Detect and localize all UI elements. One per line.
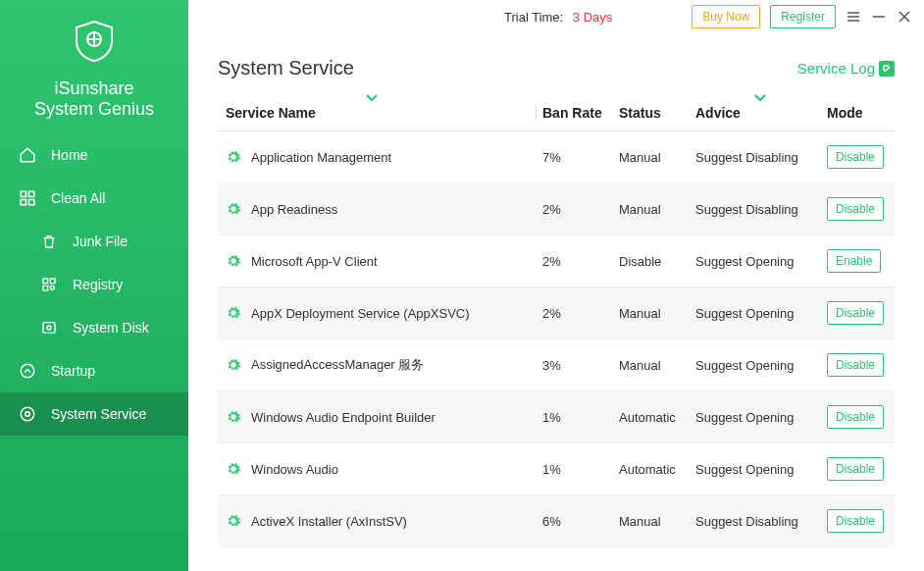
- mode-button[interactable]: Disable: [827, 457, 884, 481]
- sidebar-item-label: Home: [51, 147, 87, 163]
- column-divider: [536, 105, 537, 121]
- mode-button[interactable]: Disable: [827, 197, 884, 221]
- column-ban-rate[interactable]: Ban Rate: [542, 105, 619, 121]
- status-value: Manual: [619, 150, 695, 165]
- close-icon[interactable]: [897, 9, 912, 25]
- service-name: AssignedAccessManager 服务: [251, 356, 424, 374]
- sidebar-item-system-disk[interactable]: System Disk: [0, 306, 188, 349]
- service-name: App Readiness: [251, 202, 337, 217]
- status-value: Disable: [619, 254, 695, 269]
- page-title: System Service: [218, 57, 354, 79]
- service-name: Microsoft App-V Client: [251, 254, 378, 269]
- service-name: AppX Deployment Service (AppXSVC): [251, 306, 470, 321]
- chevron-down-icon: [365, 93, 379, 103]
- trash-icon: [39, 232, 59, 251]
- status-value: Manual: [619, 514, 695, 529]
- ban-rate: 2%: [542, 254, 619, 269]
- mode-button[interactable]: Disable: [827, 145, 884, 169]
- column-status[interactable]: Status: [619, 105, 695, 121]
- mode-button[interactable]: Disable: [827, 509, 884, 533]
- advice-value: Suggest Disabling: [695, 150, 827, 165]
- service-name: ActiveX Installer (AxInstSV): [251, 514, 407, 529]
- table-row[interactable]: Windows Audio Endpoint Builder1%Automati…: [218, 391, 895, 443]
- gear-icon: [226, 409, 241, 425]
- sidebar-item-label: System Disk: [73, 320, 149, 336]
- sidebar-item-label: Clean All: [51, 190, 105, 206]
- sidebar-item-label: System Service: [51, 406, 146, 422]
- sidebar-item-label: Junk File: [73, 234, 128, 249]
- table-row[interactable]: AssignedAccessManager 服务3%ManualSuggest …: [218, 339, 895, 391]
- ban-rate: 3%: [542, 358, 619, 373]
- gear-icon: [226, 357, 241, 373]
- svg-rect-3: [21, 191, 26, 196]
- sidebar-nav: Home Clean All Junk File Registry: [0, 133, 188, 571]
- advice-value: Suggest Opening: [695, 306, 827, 321]
- ban-rate: 7%: [542, 150, 619, 165]
- status-value: Automatic: [619, 462, 695, 477]
- status-value: Manual: [619, 202, 695, 217]
- app-name-line1: iSunshare: [0, 75, 188, 99]
- advice-value: Suggest Opening: [695, 358, 827, 373]
- grid-icon: [18, 188, 37, 208]
- mode-button[interactable]: Enable: [827, 249, 881, 273]
- advice-value: Suggest Opening: [695, 254, 827, 269]
- advice-value: Suggest Disabling: [695, 514, 827, 529]
- sidebar-item-label: Startup: [51, 363, 95, 379]
- sidebar-item-clean-all[interactable]: Clean All: [0, 177, 188, 220]
- ban-rate: 2%: [542, 306, 619, 321]
- menu-icon[interactable]: [846, 9, 861, 25]
- sidebar-item-system-service[interactable]: System Service: [0, 392, 188, 436]
- svg-rect-9: [43, 286, 48, 290]
- titlebar: Trial Time: 3 Days Buy Now Register: [188, 0, 924, 33]
- service-name: Application Management: [251, 150, 391, 165]
- gear-icon: [226, 253, 241, 269]
- column-service-name[interactable]: Service Name: [226, 105, 530, 121]
- mode-button[interactable]: Disable: [827, 353, 884, 377]
- ban-rate: 2%: [542, 202, 619, 217]
- mode-button[interactable]: Disable: [827, 301, 884, 325]
- shield-icon: [69, 18, 120, 65]
- page-content: System Service Service Log Service Name: [188, 33, 924, 571]
- svg-point-12: [47, 326, 51, 330]
- log-icon: [879, 61, 895, 77]
- main-content: Trial Time: 3 Days Buy Now Register Syst…: [188, 0, 924, 571]
- service-log-link[interactable]: Service Log: [797, 60, 895, 77]
- sidebar-item-registry[interactable]: Registry: [0, 263, 188, 306]
- table-header: Service Name Ban Rate Status Advice: [218, 95, 895, 131]
- disk-icon: [39, 318, 59, 337]
- table-row[interactable]: ActiveX Installer (AxInstSV)6%ManualSugg…: [218, 495, 895, 547]
- trial-time: Trial Time: 3 Days: [504, 10, 612, 25]
- service-name: Windows Audio Endpoint Builder: [251, 410, 436, 425]
- gear-icon: [226, 461, 241, 477]
- status-value: Manual: [619, 306, 695, 321]
- sidebar-item-junk-file[interactable]: Junk File: [0, 220, 188, 263]
- gear-circle-icon: [18, 404, 37, 424]
- table-row[interactable]: App Readiness2%ManualSuggest DisablingDi…: [218, 183, 895, 235]
- sidebar-item-startup[interactable]: Startup: [0, 349, 188, 392]
- app-name-line2: System Genius: [0, 99, 188, 133]
- table-row[interactable]: AppX Deployment Service (AppXSVC)2%Manua…: [218, 287, 895, 339]
- svg-rect-7: [43, 279, 48, 284]
- svg-point-14: [21, 407, 34, 421]
- home-icon: [18, 145, 37, 165]
- app-logo: [0, 0, 188, 75]
- mode-button[interactable]: Disable: [827, 405, 884, 429]
- table-row[interactable]: Application Management7%ManualSuggest Di…: [218, 131, 895, 183]
- chevron-up-circle-icon: [18, 361, 37, 381]
- trial-days: 3 Days: [573, 10, 612, 25]
- table-row[interactable]: Microsoft App-V Client2%DisableSuggest O…: [218, 235, 895, 287]
- ban-rate: 6%: [542, 514, 619, 529]
- svg-rect-8: [50, 279, 55, 284]
- svg-rect-6: [29, 200, 34, 205]
- sidebar-item-home[interactable]: Home: [0, 133, 188, 177]
- minimize-icon[interactable]: [871, 9, 887, 25]
- buy-now-button[interactable]: Buy Now: [692, 5, 760, 28]
- column-advice[interactable]: Advice: [695, 105, 827, 121]
- ban-rate: 1%: [542, 410, 619, 425]
- register-button[interactable]: Register: [770, 5, 836, 28]
- table-body: Application Management7%ManualSuggest Di…: [218, 131, 895, 547]
- column-mode[interactable]: Mode: [827, 105, 886, 121]
- status-value: Automatic: [619, 410, 695, 425]
- table-row[interactable]: Windows Audio1%AutomaticSuggest OpeningD…: [218, 443, 895, 495]
- gear-icon: [226, 149, 241, 165]
